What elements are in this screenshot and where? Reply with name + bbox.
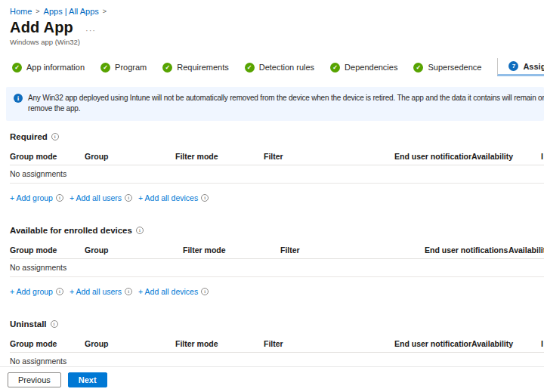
- next-button[interactable]: Next: [68, 372, 107, 387]
- info-icon[interactable]: i: [136, 227, 144, 234]
- table-header: Group mode Group Filter mode Filter End …: [10, 339, 544, 353]
- check-circle-icon: ✓: [100, 63, 110, 73]
- info-icon[interactable]: i: [56, 288, 63, 295]
- tab-label: Requirements: [177, 63, 228, 72]
- table-row: No assignments: [10, 165, 544, 184]
- tab-app-information[interactable]: ✓ App information: [12, 58, 94, 76]
- breadcrumb: Home > Apps | All Apps >: [0, 0, 544, 16]
- info-icon[interactable]: i: [56, 194, 63, 202]
- check-circle-icon: ✓: [245, 63, 255, 73]
- page-subtitle: Windows app (Win32): [0, 36, 544, 46]
- section-required: Required i Group mode Group Filter mode …: [0, 132, 544, 202]
- column-header: Group mode: [10, 245, 85, 255]
- column-header: End user notifications: [425, 245, 508, 255]
- tab-label: Supersedence: [428, 63, 481, 72]
- info-icon[interactable]: i: [125, 288, 132, 295]
- tab-assignments[interactable]: 7 Assignments: [497, 58, 544, 76]
- tab-requirements[interactable]: ✓ Requirements: [162, 58, 237, 76]
- section-title: Required: [10, 132, 48, 141]
- column-header: Filter: [264, 152, 394, 161]
- wizard-footer: Previous Next: [0, 366, 544, 392]
- tab-label: Dependencies: [345, 63, 397, 72]
- breadcrumb-link-home[interactable]: Home: [10, 7, 32, 16]
- section-title: Uninstall: [10, 319, 47, 329]
- info-icon[interactable]: i: [51, 133, 59, 140]
- column-header: Filter mode: [175, 152, 264, 161]
- column-header: Filter: [280, 245, 425, 255]
- tab-label: Assignments: [523, 62, 544, 71]
- tab-label: Detection rules: [259, 63, 314, 72]
- tab-detection-rules[interactable]: ✓ Detection rules: [245, 58, 323, 76]
- add-group-link[interactable]: + Add group: [10, 287, 53, 296]
- check-circle-icon: ✓: [12, 63, 22, 73]
- step-number-badge: 7: [508, 61, 518, 71]
- info-icon[interactable]: i: [201, 194, 209, 202]
- check-circle-icon: ✓: [413, 63, 423, 73]
- tab-supersedence[interactable]: ✓ Supersedence: [413, 58, 490, 76]
- table-row: No assignments: [10, 259, 544, 277]
- more-options-icon[interactable]: ···: [85, 26, 96, 35]
- wizard-steps: ✓ App information ✓ Program ✓ Requiremen…: [12, 58, 544, 76]
- column-header: Group: [85, 152, 175, 161]
- column-header: Group mode: [10, 339, 85, 348]
- tab-label: Program: [115, 63, 147, 72]
- add-all-devices-link[interactable]: + Add all devices: [138, 193, 198, 202]
- info-icon[interactable]: i: [201, 288, 209, 295]
- chevron-right-icon: >: [36, 8, 39, 15]
- section-title: Available for enrolled devices: [10, 226, 132, 235]
- info-banner: i Any Win32 app deployed using Intune wi…: [6, 87, 544, 121]
- info-icon[interactable]: i: [125, 194, 132, 202]
- column-header: Group mode: [10, 152, 85, 161]
- column-header: I: [541, 152, 544, 161]
- chevron-right-icon: >: [103, 8, 107, 15]
- column-header: I: [541, 339, 544, 348]
- info-icon[interactable]: i: [51, 320, 58, 328]
- column-header: Group: [85, 339, 175, 348]
- column-header: End user notifications: [394, 339, 471, 348]
- column-header: Availability: [471, 339, 541, 348]
- check-circle-icon: ✓: [330, 63, 340, 73]
- page-title: Add App: [10, 19, 73, 36]
- column-header: Filter mode: [175, 339, 264, 348]
- tab-label: App information: [26, 63, 85, 72]
- table-header: Group mode Group Filter mode Filter End …: [10, 152, 544, 165]
- column-header: End user notifications: [394, 152, 471, 161]
- empty-state-text: No assignments: [10, 169, 85, 178]
- check-circle-icon: ✓: [162, 63, 172, 73]
- add-all-users-link[interactable]: + Add all users: [70, 287, 122, 296]
- info-banner-text: Any Win32 app deployed using Intune will…: [28, 93, 544, 114]
- add-all-users-link[interactable]: + Add all users: [70, 193, 122, 202]
- column-header: Availability: [508, 245, 544, 255]
- section-available: Available for enrolled devices i Group m…: [0, 226, 544, 296]
- previous-button[interactable]: Previous: [8, 372, 61, 387]
- add-group-link[interactable]: + Add group: [10, 193, 53, 202]
- tab-program[interactable]: ✓ Program: [100, 58, 156, 76]
- column-header: Filter: [264, 339, 394, 348]
- column-header: Availability: [471, 152, 541, 161]
- empty-state-text: No assignments: [10, 263, 85, 272]
- column-header: Filter mode: [183, 245, 280, 255]
- add-all-devices-link[interactable]: + Add all devices: [138, 287, 198, 296]
- info-icon: i: [14, 94, 23, 103]
- breadcrumb-link-all-apps[interactable]: Apps | All Apps: [44, 7, 99, 16]
- tab-dependencies[interactable]: ✓ Dependencies: [330, 58, 406, 76]
- empty-state-text: No assignments: [10, 357, 85, 366]
- column-header: Group: [85, 245, 183, 255]
- table-header: Group mode Group Filter mode Filter End …: [10, 245, 544, 259]
